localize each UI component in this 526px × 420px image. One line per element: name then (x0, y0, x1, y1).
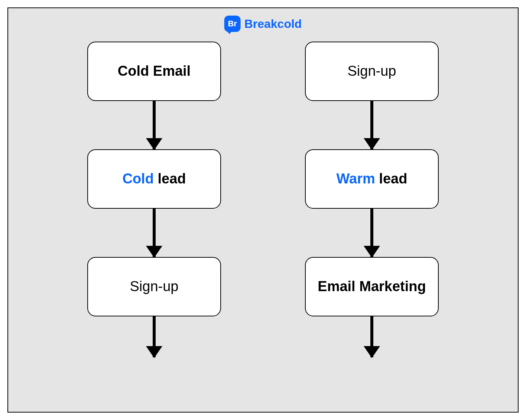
node-cold-email: Cold Email (87, 42, 221, 101)
node-signup-right: Sign-up (305, 42, 439, 101)
node-label: Sign-up (130, 278, 179, 296)
arrow-down-icon (370, 316, 373, 357)
arrow-down-icon (153, 209, 156, 257)
diagram-canvas: Br Breakcold Cold Email Cold lead Sign-u… (7, 7, 519, 413)
arrow-down-icon (370, 209, 373, 257)
node-warm-lead: Warm lead (305, 149, 439, 209)
brand-icon-text: Br (228, 19, 237, 29)
node-label: Warm lead (337, 170, 408, 188)
brand-icon: Br (224, 16, 241, 32)
node-label-rest: lead (375, 171, 408, 186)
arrow-down-icon (153, 316, 156, 357)
arrow-down-icon (153, 101, 156, 149)
node-label: Sign-up (348, 62, 396, 80)
diagram-columns: Cold Email Cold lead Sign-up Sign-up (8, 42, 518, 412)
arrow-down-icon (370, 101, 373, 149)
node-label: Email Marketing (318, 278, 426, 296)
node-email-marketing: Email Marketing (305, 257, 439, 316)
node-label-accent: Cold (122, 171, 153, 186)
node-label: Cold Email (118, 62, 191, 80)
node-cold-lead: Cold lead (87, 149, 221, 209)
node-label-rest: lead (154, 171, 186, 186)
brand-logo: Br Breakcold (224, 16, 302, 32)
node-label: Cold lead (122, 170, 186, 188)
flow-column-left: Cold Email Cold lead Sign-up (87, 42, 221, 412)
brand-name: Breakcold (244, 17, 302, 31)
node-signup-left: Sign-up (87, 257, 221, 316)
flow-column-right: Sign-up Warm lead Email Marketing (305, 42, 439, 412)
node-label-accent: Warm (337, 171, 375, 186)
